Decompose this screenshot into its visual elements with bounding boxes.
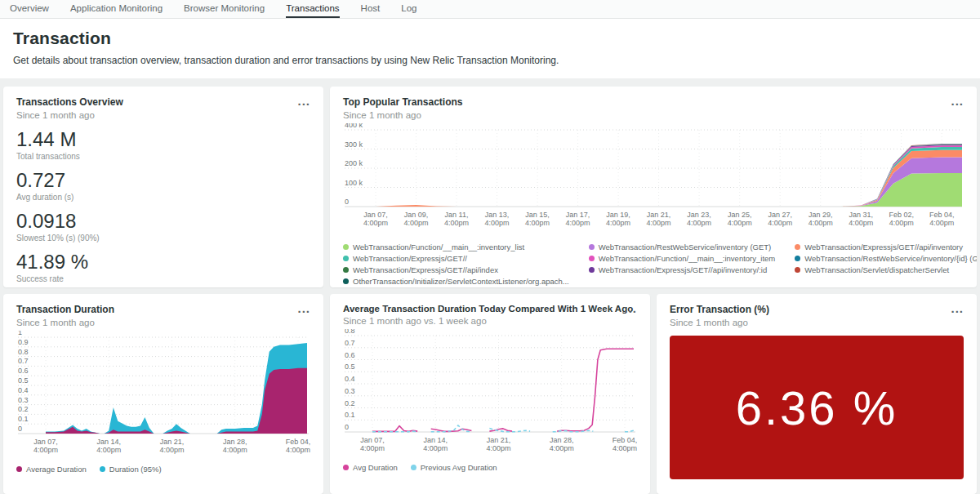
svg-text:Jan 17,: Jan 17, (566, 211, 590, 219)
svg-text:0: 0 (18, 425, 22, 433)
svg-text:4:00pm: 4:00pm (566, 219, 590, 227)
legend-color-dot (795, 244, 800, 250)
svg-text:Jan 31,: Jan 31, (849, 211, 873, 219)
card-time-range: Since 1 month ago (16, 318, 310, 327)
svg-text:Feb 04,: Feb 04, (929, 211, 955, 219)
tab-host[interactable]: Host (361, 0, 381, 18)
legend-color-dot (343, 267, 349, 273)
legend-item[interactable]: WebTransaction/RestWebService/inventory/… (795, 254, 977, 263)
metric-value: 1.44 M (16, 128, 310, 150)
svg-text:0.3: 0.3 (18, 396, 29, 404)
legend-item[interactable]: WebTransaction/Function/__main__:invento… (343, 243, 569, 251)
svg-text:0.3: 0.3 (345, 387, 355, 395)
card-title: Top Popular Transactions (343, 96, 964, 108)
more-options-icon[interactable]: ... (619, 299, 642, 318)
top-popular-transactions-card: Top Popular Transactions Since 1 month a… (330, 87, 977, 287)
chart-legend: Average DurationDuration (95%) (16, 465, 310, 474)
legend-column: WebTransaction/Expressjs/GET//api/invent… (795, 243, 977, 286)
tab-browser-monitoring[interactable]: Browser Monitoring (184, 0, 265, 18)
svg-text:4:00pm: 4:00pm (550, 444, 574, 452)
svg-text:4:00pm: 4:00pm (929, 219, 954, 227)
svg-text:Jan 09,: Jan 09, (404, 211, 429, 219)
tab-application-monitoring[interactable]: Application Monitoring (70, 0, 163, 18)
more-options-icon[interactable]: ... (292, 299, 315, 318)
legend-color-dot (411, 465, 416, 470)
legend-item[interactable]: WebTransaction/Expressjs/GET// (343, 254, 569, 263)
svg-text:Jan 23,: Jan 23, (687, 211, 711, 219)
page-header: Transaction Get details about transactio… (0, 19, 980, 78)
tab-transactions[interactable]: Transactions (286, 0, 339, 18)
svg-text:Jan 21,: Jan 21, (647, 211, 671, 219)
legend-color-dot (589, 267, 595, 273)
svg-text:Feb 04,: Feb 04, (612, 436, 637, 444)
svg-text:0.4: 0.4 (18, 386, 29, 394)
legend-label: Avg Duration (353, 463, 398, 472)
svg-text:200 k: 200 k (345, 159, 363, 167)
legend-color-dot (343, 244, 349, 250)
card-time-range: Since 1 month ago (16, 110, 310, 120)
tab-log[interactable]: Log (401, 0, 416, 18)
tab-overview[interactable]: Overview (10, 0, 49, 18)
legend-item[interactable]: Previous Avg Duration (411, 463, 497, 472)
svg-text:0.4: 0.4 (345, 375, 355, 383)
transaction-duration-chart[interactable]: 00.10.20.30.40.50.60.70.80.91Jan 07,4:00… (16, 331, 310, 463)
metrics-list: 1.44 M Total transactions 0.727 Avg dura… (16, 128, 310, 283)
svg-text:Jan 13,: Jan 13, (485, 211, 510, 219)
card-time-range: Since 1 month ago (670, 318, 964, 327)
error-percentage-billboard: 6.36 % (670, 336, 964, 479)
svg-text:4:00pm: 4:00pm (485, 219, 510, 227)
svg-text:0.6: 0.6 (345, 351, 355, 359)
avg-duration-comparison-chart[interactable]: 00.10.20.30.40.50.60.70.8Jan 07,4:00pmJa… (343, 329, 637, 461)
svg-text:0.2: 0.2 (345, 399, 355, 407)
legend-column: WebTransaction/Function/__main__:invento… (343, 243, 569, 286)
more-options-icon[interactable]: ... (946, 299, 969, 318)
svg-text:4:00pm: 4:00pm (849, 219, 873, 227)
svg-text:4:00pm: 4:00pm (486, 444, 510, 452)
svg-text:100 k: 100 k (345, 179, 363, 187)
svg-text:Jan 19,: Jan 19, (606, 211, 630, 219)
legend-column: WebTransaction/RestWebService/inventory … (589, 243, 776, 286)
more-options-icon[interactable]: ... (946, 91, 969, 110)
top-popular-chart[interactable]: 0100 k200 k300 k400 kJan 07,4:00pmJan 09… (343, 123, 964, 236)
legend-item[interactable]: WebTransaction/RestWebService/inventory … (589, 243, 776, 251)
card-time-range: Since 1 month ago (343, 110, 964, 120)
legend-item[interactable]: Avg Duration (343, 463, 398, 472)
svg-text:0: 0 (345, 423, 349, 431)
error-percentage-value: 6.36 % (736, 381, 898, 435)
metric-success-rate: 41.89 % Success rate (16, 251, 310, 283)
card-title: Average Transaction Duration Today Compa… (343, 304, 637, 314)
legend-item[interactable]: WebTransaction/Function/__main__:invento… (589, 254, 776, 263)
legend-item[interactable]: Duration (95%) (100, 465, 162, 474)
page-title: Transaction (13, 29, 967, 48)
legend-color-dot (16, 466, 22, 472)
legend-label: WebTransaction/RestWebService/inventory … (599, 243, 772, 251)
legend-label: WebTransaction/Expressjs/GET//api/invent… (804, 243, 963, 251)
svg-text:0.8: 0.8 (345, 329, 355, 335)
legend-item[interactable]: Average Duration (16, 465, 87, 474)
svg-text:0.1: 0.1 (18, 415, 29, 423)
top-nav: Overview Application Monitoring Browser … (0, 0, 980, 19)
legend-color-dot (100, 466, 105, 472)
svg-text:4:00pm: 4:00pm (606, 219, 630, 227)
chart-legend: WebTransaction/Function/__main__:invento… (343, 243, 964, 286)
legend-label: OtherTransaction/Initializer/ServletCont… (353, 277, 569, 286)
svg-text:Jan 14,: Jan 14, (96, 438, 121, 446)
metric-total-transactions: 1.44 M Total transactions (16, 128, 310, 161)
metric-value: 0.727 (16, 169, 310, 191)
legend-label: WebTransaction/Function/__main__:invento… (353, 243, 524, 251)
svg-text:Jan 25,: Jan 25, (728, 211, 752, 219)
svg-text:1: 1 (18, 331, 22, 336)
legend-label: WebTransaction/RestWebService/inventory/… (804, 254, 977, 263)
metric-avg-duration: 0.727 Avg duration (s) (16, 169, 310, 202)
card-title: Transactions Overview (16, 96, 310, 108)
legend-item[interactable]: WebTransaction/Servlet/dispatcherServlet (795, 265, 977, 274)
svg-text:4:00pm: 4:00pm (360, 444, 385, 452)
svg-text:Jan 07,: Jan 07, (360, 436, 385, 444)
more-options-icon[interactable]: ... (292, 91, 315, 110)
legend-item[interactable]: WebTransaction/Expressjs/GET//api/invent… (589, 265, 776, 274)
legend-item[interactable]: OtherTransaction/Initializer/ServletCont… (343, 277, 569, 286)
metric-value: 0.0918 (16, 210, 310, 232)
legend-item[interactable]: WebTransaction/Expressjs/GET//api/invent… (795, 243, 977, 251)
legend-item[interactable]: WebTransaction/Expressjs/GET//api/index (343, 265, 569, 274)
svg-text:300 k: 300 k (345, 140, 363, 149)
